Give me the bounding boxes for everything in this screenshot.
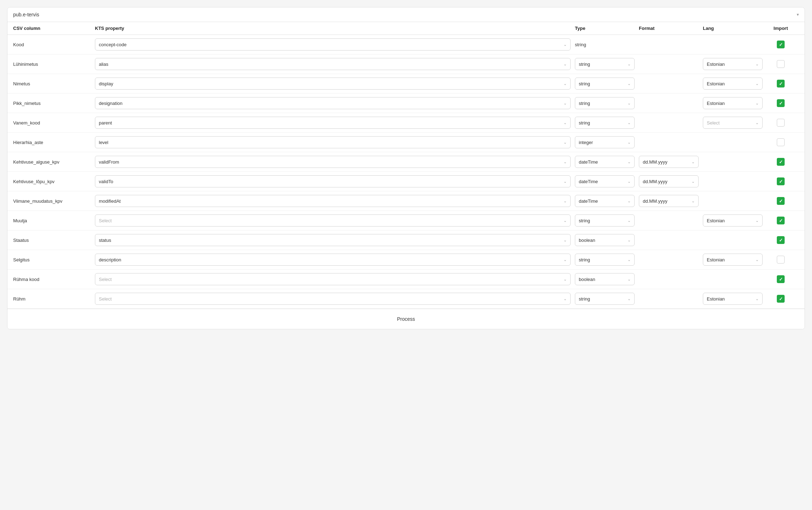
- type-select[interactable]: string⌄: [575, 214, 635, 227]
- import-cell: [767, 119, 799, 127]
- type-cell: boolean⌄: [575, 234, 639, 246]
- lang-value: Estonian: [707, 257, 725, 262]
- type-value: integer: [579, 140, 593, 145]
- type-select[interactable]: string⌄: [575, 78, 635, 90]
- import-checkbox-checked[interactable]: [777, 177, 785, 185]
- type-chevron-icon: ⌄: [627, 297, 631, 301]
- kts-property-select[interactable]: parent⌄: [95, 117, 571, 129]
- header-type: Type: [575, 26, 639, 31]
- format-select[interactable]: dd.MM.yyyy⌄: [639, 195, 699, 207]
- kts-property-chevron-icon: ⌄: [563, 160, 567, 164]
- csv-column-label: Vanem_kood: [13, 120, 40, 126]
- kts-property-value: validFrom: [99, 159, 119, 165]
- csv-column-label: Kehtivuse_lõpu_kpv: [13, 179, 54, 184]
- kts-property-select[interactable]: validTo⌄: [95, 175, 571, 187]
- import-checkbox-checked[interactable]: [777, 236, 785, 244]
- import-checkbox-checked[interactable]: [777, 41, 785, 48]
- kts-property-cell: designation⌄: [95, 97, 575, 109]
- type-chevron-icon: ⌄: [627, 140, 631, 145]
- type-select[interactable]: string⌄: [575, 254, 635, 266]
- kts-property-cell: display⌄: [95, 78, 575, 90]
- type-cell: string⌄: [575, 78, 639, 90]
- import-checkbox-unchecked[interactable]: [777, 60, 785, 68]
- import-checkbox-checked[interactable]: [777, 158, 785, 166]
- type-select[interactable]: string⌄: [575, 97, 635, 109]
- format-select[interactable]: dd.MM.yyyy⌄: [639, 175, 699, 187]
- import-checkbox-unchecked[interactable]: [777, 119, 785, 127]
- kts-property-select[interactable]: Select⌄: [95, 214, 571, 227]
- top-bar: pub.e-tervis ▾: [7, 7, 805, 22]
- import-checkbox-checked[interactable]: [777, 80, 785, 87]
- kts-property-select[interactable]: Select⌄: [95, 273, 571, 285]
- csv-column-cell: Hierarhia_aste: [13, 140, 95, 145]
- csv-column-label: Hierarhia_aste: [13, 140, 43, 145]
- csv-column-label: Viimane_muudatus_kpv: [13, 198, 63, 204]
- lang-select[interactable]: Select⌄: [703, 117, 763, 129]
- type-select[interactable]: boolean⌄: [575, 273, 635, 285]
- kts-property-select[interactable]: designation⌄: [95, 97, 571, 109]
- import-cell: [767, 158, 799, 166]
- import-checkbox-checked[interactable]: [777, 295, 785, 303]
- kts-property-chevron-icon: ⌄: [563, 297, 567, 301]
- import-cell: [767, 80, 799, 87]
- csv-column-cell: Rühm: [13, 296, 95, 302]
- type-select[interactable]: integer⌄: [575, 136, 635, 148]
- lang-select[interactable]: Estonian⌄: [703, 78, 763, 90]
- kts-property-value: Select: [99, 277, 112, 282]
- lang-select[interactable]: Estonian⌄: [703, 293, 763, 305]
- kts-property-select[interactable]: concept-code⌄: [95, 38, 571, 51]
- csv-column-label: Lühinimetus: [13, 62, 38, 67]
- import-checkbox-checked[interactable]: [777, 275, 785, 283]
- kts-property-select[interactable]: Select⌄: [95, 293, 571, 305]
- kts-property-cell: level⌄: [95, 136, 575, 148]
- format-select[interactable]: dd.MM.yyyy⌄: [639, 156, 699, 168]
- kts-property-select[interactable]: display⌄: [95, 78, 571, 90]
- type-chevron-icon: ⌄: [627, 121, 631, 125]
- kts-property-select[interactable]: alias⌄: [95, 58, 571, 70]
- table-row: MuutjaSelect⌄string⌄Estonian⌄: [7, 211, 805, 230]
- kts-property-chevron-icon: ⌄: [563, 62, 567, 67]
- import-checkbox-checked[interactable]: [777, 99, 785, 107]
- header-csv-column: CSV column: [13, 26, 95, 31]
- lang-select[interactable]: Estonian⌄: [703, 254, 763, 266]
- type-select[interactable]: string⌄: [575, 117, 635, 129]
- lang-select[interactable]: Estonian⌄: [703, 214, 763, 227]
- lang-select[interactable]: Estonian⌄: [703, 58, 763, 70]
- type-select[interactable]: dateTime⌄: [575, 195, 635, 207]
- lang-cell: Estonian⌄: [703, 254, 767, 266]
- header-lang: Lang: [703, 26, 767, 31]
- kts-property-chevron-icon: ⌄: [563, 199, 567, 203]
- type-select[interactable]: string⌄: [575, 293, 635, 305]
- csv-column-cell: Pikk_nimetus: [13, 101, 95, 106]
- import-cell: [767, 295, 799, 303]
- import-checkbox-checked[interactable]: [777, 197, 785, 205]
- top-bar-chevron-icon[interactable]: ▾: [797, 12, 799, 17]
- type-value: string: [579, 218, 590, 223]
- type-select[interactable]: dateTime⌄: [575, 175, 635, 187]
- type-select[interactable]: string⌄: [575, 58, 635, 70]
- kts-property-select[interactable]: validFrom⌄: [95, 156, 571, 168]
- process-button[interactable]: Process: [390, 314, 422, 324]
- csv-column-label: Rühm: [13, 296, 26, 302]
- type-select[interactable]: dateTime⌄: [575, 156, 635, 168]
- kts-property-select[interactable]: status⌄: [95, 234, 571, 246]
- csv-column-label: Muutja: [13, 218, 27, 223]
- lang-select[interactable]: Estonian⌄: [703, 97, 763, 109]
- kts-property-select[interactable]: modifiedAt⌄: [95, 195, 571, 207]
- import-cell: [767, 99, 799, 107]
- import-checkbox-unchecked[interactable]: [777, 138, 785, 146]
- kts-property-cell: Select⌄: [95, 273, 575, 285]
- kts-property-chevron-icon: ⌄: [563, 277, 567, 282]
- type-select[interactable]: boolean⌄: [575, 234, 635, 246]
- lang-chevron-icon: ⌄: [755, 101, 759, 106]
- lang-cell: Estonian⌄: [703, 214, 767, 227]
- import-checkbox-unchecked[interactable]: [777, 256, 785, 264]
- table-row: Nimetusdisplay⌄string⌄Estonian⌄: [7, 74, 805, 94]
- kts-property-select[interactable]: description⌄: [95, 254, 571, 266]
- type-cell: string⌄: [575, 97, 639, 109]
- kts-property-select[interactable]: level⌄: [95, 136, 571, 148]
- type-chevron-icon: ⌄: [627, 101, 631, 106]
- import-checkbox-checked[interactable]: [777, 217, 785, 224]
- lang-value: Select: [707, 120, 720, 126]
- kts-property-chevron-icon: ⌄: [563, 121, 567, 125]
